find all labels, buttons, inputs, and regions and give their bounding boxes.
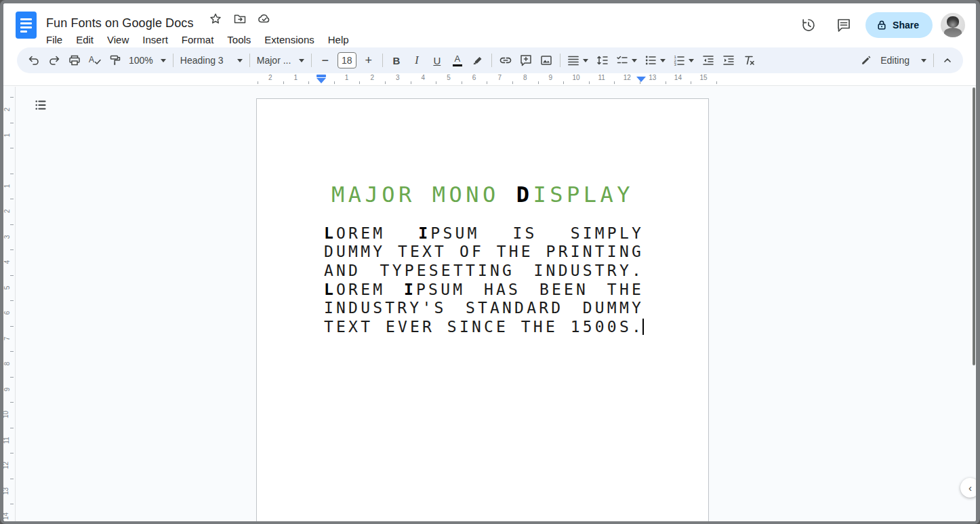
right-indent-marker[interactable] bbox=[636, 77, 646, 82]
font-select[interactable]: Major ... bbox=[254, 51, 307, 70]
star-button[interactable] bbox=[207, 11, 224, 27]
decrease-font-size-button[interactable]: − bbox=[316, 51, 335, 70]
paint-format-button[interactable] bbox=[106, 51, 125, 70]
doc-word: IS bbox=[513, 224, 537, 242]
doc-word: EVER bbox=[386, 318, 434, 336]
print-button[interactable] bbox=[65, 51, 84, 70]
ruler-number: 10 bbox=[3, 411, 9, 418]
doc-word: THE bbox=[607, 281, 644, 298]
text-color-icon: A bbox=[453, 54, 462, 66]
spelling-check-button[interactable]: A bbox=[85, 51, 104, 70]
menu-item-tools[interactable]: Tools bbox=[223, 33, 255, 47]
ruler-number: 14 bbox=[674, 74, 682, 81]
ruler-tick bbox=[10, 199, 14, 199]
first-line-indent-marker[interactable] bbox=[317, 75, 326, 77]
save-status-button[interactable] bbox=[256, 11, 272, 27]
hide-menus-button[interactable] bbox=[938, 51, 957, 70]
highlight-color-button[interactable] bbox=[468, 51, 487, 70]
vertical-scrollbar[interactable] bbox=[973, 87, 975, 365]
text-cursor bbox=[642, 319, 644, 335]
divider bbox=[382, 54, 383, 67]
ruler-number: 12 bbox=[624, 74, 631, 81]
redo-button[interactable] bbox=[45, 51, 64, 70]
move-button[interactable] bbox=[232, 11, 248, 27]
numbered-list-button[interactable]: 123 bbox=[670, 51, 697, 70]
docs-logo-icon[interactable] bbox=[16, 12, 37, 39]
zoom-select[interactable]: 100% bbox=[126, 51, 169, 70]
ruler-number: 1 bbox=[294, 74, 298, 81]
avatar[interactable] bbox=[941, 13, 965, 37]
add-comment-button[interactable] bbox=[516, 51, 535, 70]
menu-item-extensions[interactable]: Extensions bbox=[260, 33, 318, 47]
toolbar: A 100% Heading 3 Major ... − 18 + B I U … bbox=[17, 47, 963, 73]
mode-select[interactable]: Editing bbox=[857, 51, 929, 70]
ruler-number: 3 bbox=[396, 74, 400, 81]
vertical-ruler[interactable]: 211234567891011121314 bbox=[3, 87, 16, 521]
decrease-indent-button[interactable] bbox=[699, 51, 718, 70]
font-size-input[interactable]: 18 bbox=[338, 52, 356, 68]
svg-text:3: 3 bbox=[674, 62, 677, 66]
document-body: LOREMIPSUMISSIMPLYDUMMYTEXTOFTHEPRINTING… bbox=[324, 224, 644, 336]
ruler-number: 1 bbox=[4, 184, 12, 188]
side-panel-toggle-button[interactable]: ‹ bbox=[960, 478, 976, 498]
version-history-button[interactable] bbox=[795, 12, 822, 39]
ruler-number: 8 bbox=[4, 362, 12, 366]
ruler-number: 4 bbox=[422, 74, 426, 81]
doc-word: LOREM bbox=[324, 281, 385, 298]
ruler-tick bbox=[614, 81, 615, 84]
comments-button[interactable] bbox=[830, 12, 857, 39]
document-title[interactable]: Fun Fonts on Google Docs bbox=[46, 16, 194, 31]
line-spacing-button[interactable] bbox=[593, 51, 612, 70]
bulleted-list-button[interactable] bbox=[642, 51, 669, 70]
menu-item-help[interactable]: Help bbox=[324, 33, 353, 47]
menu-item-insert[interactable]: Insert bbox=[138, 33, 172, 47]
ruler-number: 3 bbox=[4, 235, 12, 239]
ruler-tick bbox=[10, 479, 14, 479]
chevron-left-icon: ‹ bbox=[968, 482, 972, 493]
ruler-tick bbox=[512, 81, 513, 84]
cloud-check-icon bbox=[257, 12, 272, 26]
bold-icon: B bbox=[392, 55, 400, 66]
ruler-tick bbox=[436, 81, 436, 84]
increase-indent-button[interactable] bbox=[719, 51, 738, 70]
underline-icon: U bbox=[433, 55, 441, 66]
ruler-number: 11 bbox=[3, 437, 9, 443]
insert-link-button[interactable] bbox=[496, 51, 515, 70]
menu-item-format[interactable]: Format bbox=[178, 33, 218, 47]
zoom-value: 100% bbox=[129, 55, 153, 66]
underline-button[interactable]: U bbox=[428, 51, 447, 70]
divider bbox=[491, 54, 492, 67]
highlighter-icon bbox=[471, 54, 485, 67]
clear-formatting-button[interactable] bbox=[739, 51, 758, 70]
left-indent-marker[interactable] bbox=[317, 78, 326, 83]
doc-word: MONO bbox=[432, 182, 499, 207]
doc-word: MAJOR bbox=[331, 182, 415, 207]
align-justify-icon bbox=[567, 54, 579, 66]
checklist-button[interactable] bbox=[613, 51, 640, 70]
document-page[interactable]: MAJORMONODISPLAY LOREMIPSUMISSIMPLYDUMMY… bbox=[256, 98, 709, 521]
menu-item-edit[interactable]: Edit bbox=[72, 33, 98, 47]
align-button[interactable] bbox=[565, 51, 592, 70]
chevron-up-icon bbox=[941, 54, 954, 66]
styles-select[interactable]: Heading 3 bbox=[178, 51, 245, 70]
menu-item-file[interactable]: File bbox=[42, 33, 66, 47]
ruler-number: 9 bbox=[549, 74, 553, 81]
doc-word: THE bbox=[497, 243, 533, 260]
italic-button[interactable]: I bbox=[407, 51, 426, 70]
text-color-button[interactable]: A bbox=[448, 51, 467, 70]
link-icon bbox=[499, 54, 512, 67]
bold-button[interactable]: B bbox=[387, 51, 406, 70]
doc-line: LOREMIPSUMHASBEENTHE bbox=[324, 280, 644, 299]
show-outline-button[interactable] bbox=[29, 94, 52, 117]
insert-image-button[interactable] bbox=[537, 51, 556, 70]
undo-button[interactable] bbox=[24, 51, 43, 70]
doc-word: DUMMY bbox=[583, 299, 644, 317]
ruler-tick bbox=[258, 81, 258, 84]
horizontal-ruler[interactable]: 21123456789101112131415 bbox=[3, 73, 976, 86]
share-button[interactable]: Share bbox=[865, 12, 933, 38]
increase-font-size-button[interactable]: + bbox=[359, 51, 378, 70]
ruler-tick bbox=[10, 453, 14, 454]
decrease-indent-icon bbox=[701, 54, 715, 67]
ruler-tick bbox=[385, 81, 386, 84]
menu-item-view[interactable]: View bbox=[103, 33, 133, 47]
